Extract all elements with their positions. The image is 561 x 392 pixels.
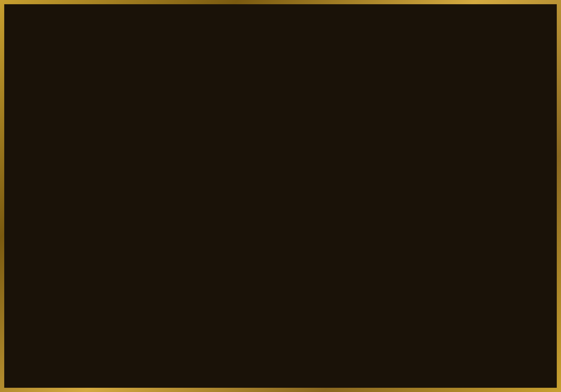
texture-quality-arrow: ▼	[282, 45, 288, 52]
tab-hud[interactable]: HUD	[238, 18, 280, 32]
fps-counter: FPS: 60	[7, 379, 23, 385]
option-30[interactable]: 30%	[161, 176, 292, 192]
dialog-buttons: Default Ok Cancel	[43, 344, 518, 365]
tab-bar: General General 2 Audio Graphics HUD	[42, 18, 280, 32]
detail-level-row: Detail Level High ▼	[57, 84, 504, 99]
settings-dialog: General General 2 Audio Graphics HUD Tex…	[42, 31, 519, 366]
texture-quality-row: Texture Quality High ▼	[57, 41, 504, 56]
show-target-outline-label: Show target outline	[57, 172, 156, 180]
cancel-button[interactable]: Cancel	[453, 347, 508, 363]
shadow-quality-arrow: ▼	[282, 67, 288, 73]
bottom-bar: Options Menu	[0, 369, 561, 392]
detail-level-arrow: ▼	[282, 89, 288, 95]
day-night-cycle-label: Enable day-night cycle	[57, 192, 156, 200]
detail-level-dropdown[interactable]: High ▼	[161, 84, 292, 99]
options-menu-label: Options Menu	[205, 372, 357, 389]
dialog-content: Texture Quality High ▼ Shadow Quality Hi…	[43, 32, 518, 217]
shadow-quality-dropdown[interactable]: High ▼	[161, 63, 292, 77]
frame-limiter-label: Frame limiter	[57, 131, 156, 139]
detail-level-label: Detail Level	[57, 88, 156, 96]
show-fps-label: Show FPS	[57, 152, 156, 160]
tab-graphics[interactable]: Graphics	[187, 18, 238, 32]
tab-audio[interactable]: Audio	[143, 18, 187, 32]
resolution-scale-row: Resolution Scale High ▼	[57, 106, 504, 121]
frame-limiter-row: Frame limiter Off ▼ ✕ Off 50% 30% 25%	[57, 127, 504, 142]
frame-limiter-clear-button[interactable]: ✕	[296, 129, 308, 141]
shadow-quality-row: Shadow Quality High ▼	[57, 63, 504, 77]
option-50[interactable]: 50%	[161, 160, 292, 176]
tab-general[interactable]: General	[42, 18, 90, 32]
ok-button[interactable]: Ok	[400, 347, 444, 363]
frame-limiter-popup: Off 50% 30% 25%	[161, 143, 292, 208]
option-25[interactable]: 25%	[161, 192, 292, 208]
default-button[interactable]: Default	[53, 347, 109, 363]
texture-quality-label: Texture Quality	[57, 44, 156, 52]
resolution-scale-arrow: ▼	[282, 110, 288, 116]
frame-limiter-arrow: ▼	[282, 132, 288, 138]
resolution-scale-label: Resolution Scale	[57, 109, 156, 117]
texture-quality-dropdown[interactable]: High ▼	[161, 41, 292, 56]
frame-limiter-dropdown[interactable]: Off ▼	[161, 127, 292, 142]
shadow-quality-label: Shadow Quality	[57, 66, 156, 74]
tab-general2[interactable]: General 2	[90, 18, 143, 32]
resolution-scale-dropdown[interactable]: High ▼	[161, 106, 292, 121]
option-off[interactable]: Off	[161, 143, 292, 160]
